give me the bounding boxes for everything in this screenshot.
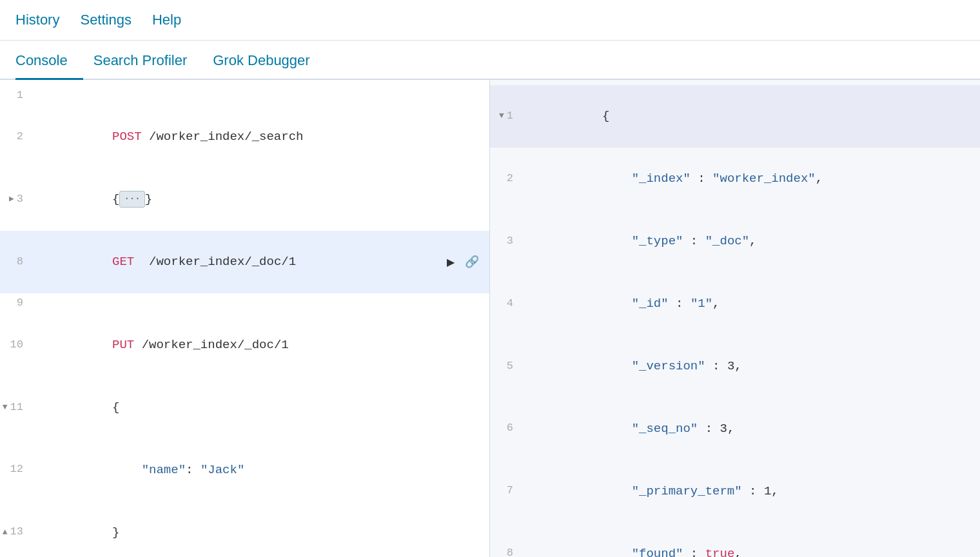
json-number: 1 xyxy=(764,484,771,498)
brace: } xyxy=(112,525,119,540)
line-content: "_seq_no" : 3, xyxy=(524,397,980,460)
line-content: { xyxy=(34,376,489,439)
table-row: 5 "_version" : 3, xyxy=(490,335,980,398)
tab-search-profiler[interactable]: Search Profiler xyxy=(93,43,203,80)
line-content: "name": "Jack" xyxy=(34,438,489,501)
punctuation: : xyxy=(742,484,764,498)
punctuation: , xyxy=(727,422,734,436)
http-method: POST xyxy=(112,130,142,144)
json-string: "name" xyxy=(112,463,186,477)
line-number: ▼11 xyxy=(0,398,34,417)
collapsed-badge[interactable]: ··· xyxy=(119,191,144,208)
json-bool: true xyxy=(705,547,735,557)
punctuation: : xyxy=(698,422,720,436)
nav-settings[interactable]: Settings xyxy=(80,12,132,28)
right-code-panel: ▼1 { 2 "_index" : "worker_index", 3 "_ty… xyxy=(490,80,980,557)
line-content: "_version" : 3, xyxy=(524,335,980,398)
table-row: 12 "name": "Jack" xyxy=(0,438,489,501)
top-nav: History Settings Help xyxy=(0,0,980,41)
table-row: 1 xyxy=(0,85,489,106)
punctuation: , xyxy=(771,484,778,498)
http-path: /worker_index/_doc/1 xyxy=(134,255,296,269)
table-row: ▲13 } xyxy=(0,501,489,557)
line-number: 12 xyxy=(0,460,34,479)
table-row: 2 "_index" : "worker_index", xyxy=(490,148,980,210)
http-method: PUT xyxy=(112,338,134,352)
line-number: 1 xyxy=(0,86,34,105)
tab-grok-debugger[interactable]: Grok Debugger xyxy=(213,43,325,80)
line-number: 6 xyxy=(490,419,524,438)
json-string: "worker_index" xyxy=(712,171,816,186)
line-number: ▼1 xyxy=(490,107,524,126)
nav-help[interactable]: Help xyxy=(152,12,181,28)
punctuation: : xyxy=(691,171,712,186)
tab-console[interactable]: Console xyxy=(15,43,83,80)
line-content: GET /worker_index/_doc/1 xyxy=(34,231,444,293)
punctuation: : xyxy=(683,234,705,248)
left-editor[interactable]: 1 2 POST /worker_index/_search ▶3 {···} xyxy=(0,80,490,557)
json-string: "_doc" xyxy=(705,234,749,248)
fold-arrow-icon[interactable]: ▼ xyxy=(499,109,504,123)
line-actions: ▶ 🔗 xyxy=(444,253,489,270)
line-number: 5 xyxy=(490,357,524,376)
line-number: 8 xyxy=(0,253,34,271)
line-content: "_primary_term" : 1, xyxy=(524,460,980,522)
punctuation: : xyxy=(705,359,727,373)
line-number: 3 xyxy=(490,232,524,251)
fold-arrow-icon[interactable]: ▼ xyxy=(3,400,8,415)
table-row: 9 xyxy=(0,293,489,314)
line-number: ▶3 xyxy=(0,190,34,209)
table-row: 8 "found" : true, xyxy=(490,522,980,557)
fold-arrow-icon[interactable]: ▶ xyxy=(9,192,14,206)
line-number: 7 xyxy=(490,482,524,500)
json-number: 3 xyxy=(727,359,734,373)
table-row: ▶3 {···} xyxy=(0,168,489,231)
line-content: {···} xyxy=(34,168,489,231)
table-row: 8 GET /worker_index/_doc/1 ▶ 🔗 xyxy=(0,231,489,293)
table-row: 6 "_seq_no" : 3, xyxy=(490,397,980,460)
line-number: 10 xyxy=(0,336,34,355)
json-string: "1" xyxy=(691,297,712,311)
line-content: POST /worker_index/_search xyxy=(34,106,489,168)
line-number: 2 xyxy=(0,128,34,146)
table-row: ▼11 { xyxy=(0,376,489,439)
json-key: "found" xyxy=(602,547,683,557)
punctuation: , xyxy=(734,547,741,557)
line-content: "_id" : "1", xyxy=(524,273,980,335)
json-key: "_index" xyxy=(602,171,691,186)
punctuation: , xyxy=(816,171,823,186)
punctuation: , xyxy=(712,297,720,311)
line-content: { xyxy=(524,85,980,148)
table-row: 7 "_primary_term" : 1, xyxy=(490,460,980,522)
line-content: "found" : true, xyxy=(524,522,980,557)
brace: { xyxy=(112,400,119,415)
json-key: "_seq_no" xyxy=(602,422,698,436)
line-number: 2 xyxy=(490,170,524,188)
left-code-panel: 1 2 POST /worker_index/_search ▶3 {···} xyxy=(0,80,489,557)
http-method: GET xyxy=(112,255,134,269)
json-key: "_primary_term" xyxy=(602,484,742,498)
json-number: 3 xyxy=(720,422,727,436)
table-row: 4 "_id" : "1", xyxy=(490,273,980,335)
tab-bar: Console Search Profiler Grok Debugger xyxy=(0,43,980,80)
json-string: "Jack" xyxy=(201,463,244,477)
json-key: "_version" xyxy=(602,359,705,373)
line-content: "_type" : "_doc", xyxy=(524,210,980,273)
table-row: 10 PUT /worker_index/_doc/1 xyxy=(0,314,489,376)
run-button[interactable]: ▶ xyxy=(444,255,457,269)
fold-arrow-icon[interactable]: ▲ xyxy=(3,525,8,540)
table-row: 2 POST /worker_index/_search xyxy=(0,106,489,168)
http-path: /worker_index/_doc/1 xyxy=(134,338,288,352)
json-key: "_type" xyxy=(602,234,683,248)
right-editor[interactable]: ▼1 { 2 "_index" : "worker_index", 3 "_ty… xyxy=(490,80,980,557)
http-path: /worker_index/_search xyxy=(142,130,304,144)
copy-as-curl-button[interactable]: 🔗 xyxy=(462,253,482,270)
line-number: ▲13 xyxy=(0,523,34,542)
line-number: 4 xyxy=(490,295,524,313)
nav-history[interactable]: History xyxy=(15,12,59,28)
table-row: 3 "_type" : "_doc", xyxy=(490,210,980,273)
punctuation: , xyxy=(734,359,741,373)
punctuation: : xyxy=(669,297,691,311)
line-content: } xyxy=(34,501,489,557)
json-key: "_id" xyxy=(602,297,669,311)
